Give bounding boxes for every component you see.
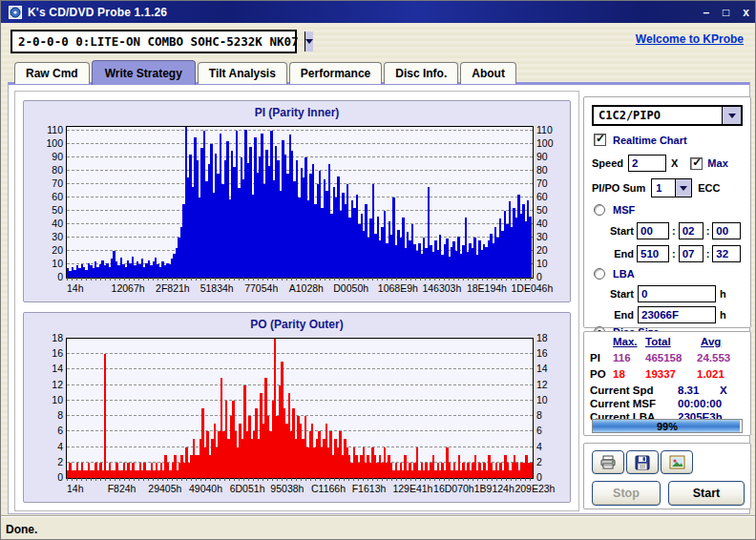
msf-radio[interactable] <box>594 204 605 216</box>
stop-button[interactable]: Stop <box>592 481 661 506</box>
tab-about[interactable]: About <box>460 62 516 84</box>
save-button[interactable] <box>626 450 659 474</box>
speed-label: Speed <box>592 157 623 169</box>
x-axis-tick-label: 51834h <box>200 282 245 294</box>
msf-end-min-input[interactable] <box>637 245 669 262</box>
lba-end-unit: h <box>720 309 726 321</box>
start-button[interactable]: Start <box>668 481 745 506</box>
y-axis-tick-label: 8 <box>27 410 63 421</box>
y-axis-tick-label: 0 <box>27 472 63 483</box>
pipo-sum-select[interactable]: 1 <box>651 178 692 197</box>
y-axis-tick-label: 16 <box>536 348 571 359</box>
y-axis-tick-label: 12 <box>536 380 571 390</box>
title-bar: K's CD/DVD Probe 1.1.26 – □ x <box>1 1 756 23</box>
y-axis-tick-label: 20 <box>536 245 571 256</box>
y-axis-tick-label: 6 <box>536 426 571 436</box>
x-axis-tick-label: 209E23h <box>514 483 556 494</box>
y-axis-tick-label: 4 <box>27 442 63 452</box>
po-avg: 1.021 <box>697 368 724 380</box>
msf-start-label: Start <box>592 225 634 237</box>
bar-series <box>67 127 533 278</box>
y-axis-tick-label: 20 <box>27 245 63 256</box>
lba-radio[interactable] <box>594 268 605 280</box>
tab-write-strategy[interactable]: Write Strategy <box>92 60 196 85</box>
status-text: Done. <box>6 523 37 536</box>
y-axis-tick-label: 30 <box>536 232 571 242</box>
tab-tilt-analysis[interactable]: Tilt Analysis <box>198 62 287 84</box>
msf-end-sec-input[interactable] <box>679 245 704 262</box>
mode-select-dropdown-button[interactable] <box>722 107 741 124</box>
y-axis-tick-label: 18 <box>536 333 571 343</box>
po-chart-title: PO (Parity Outer) <box>24 318 570 331</box>
x-axis-tick-label: 14h <box>67 483 108 494</box>
tab-performance[interactable]: Performance <box>289 62 382 84</box>
x-axis-tick-label: 129E41h <box>392 483 433 494</box>
max-label: Max <box>707 157 727 169</box>
msf-end-frame-input[interactable] <box>712 245 741 262</box>
y-axis-tick-label: 10 <box>536 395 571 405</box>
y-axis-tick-label: 10 <box>27 259 63 269</box>
max-speed-checkbox[interactable] <box>690 157 703 170</box>
image-icon <box>669 455 685 469</box>
y-axis-tick-label: 0 <box>536 272 571 282</box>
y-axis-tick-label: 40 <box>536 218 571 229</box>
y-axis-tick-label: 14 <box>536 363 571 374</box>
drive-select[interactable]: 2-0-0-0 0:LITE-ON COMBO SOHC-5232K NK07 <box>10 30 297 53</box>
pi-row-label: PI <box>590 352 600 363</box>
current-spd-unit: X <box>720 384 727 396</box>
msf-start-frame-input[interactable] <box>712 222 741 239</box>
speed-unit-label: X <box>671 157 678 169</box>
save-image-button[interactable] <box>661 450 693 474</box>
speed-input[interactable] <box>628 155 666 172</box>
y-axis-tick-label: 10 <box>27 395 63 405</box>
print-button[interactable] <box>592 450 624 474</box>
msf-start-min-input[interactable] <box>637 222 669 239</box>
save-icon <box>635 455 650 470</box>
maximize-button[interactable]: □ <box>723 7 729 18</box>
x-axis-tick-label: 2F821h <box>156 282 200 294</box>
close-button[interactable]: x <box>743 7 749 18</box>
po-max: 18 <box>613 368 625 380</box>
chevron-down-icon <box>680 186 687 191</box>
x-axis-tick-label: F1613h <box>352 483 393 494</box>
y-axis-tick-label: 18 <box>27 333 63 343</box>
y-axis-tick-label: 60 <box>27 192 63 202</box>
y-axis-tick-label: 110 <box>536 125 571 135</box>
y-axis-tick-label: 70 <box>27 178 63 189</box>
x-axis-tick-label: 146303h <box>422 282 467 294</box>
welcome-link[interactable]: Welcome to KProbe <box>636 32 744 46</box>
y-axis-tick-label: 12 <box>27 380 63 390</box>
stats-header-max: Max. <box>613 336 638 347</box>
stats-header-avg: Avg <box>701 336 721 347</box>
realtime-chart-label: Realtime Chart <box>613 135 687 146</box>
x-axis-tick-label: A1028h <box>289 282 334 294</box>
msf-start-sec-input[interactable] <box>679 222 704 239</box>
y-axis-tick-label: 16 <box>27 348 63 359</box>
current-msf-label: Current MSF <box>590 398 656 409</box>
x-axis-tick-label: 77054h <box>244 282 289 294</box>
realtime-chart-checkbox[interactable] <box>594 134 606 146</box>
x-axis-tick-label: 14h <box>67 282 112 294</box>
tab-bar: Raw CmdWrite StrategyTilt AnalysisPerfor… <box>14 59 518 83</box>
po-row-label: PO <box>590 368 606 380</box>
drive-select-dropdown-button[interactable] <box>304 31 313 52</box>
y-axis-tick-label: 80 <box>27 165 63 176</box>
current-msf-value: 00:00:00 <box>678 398 722 409</box>
app-window: K's CD/DVD Probe 1.1.26 – □ x 2-0-0-0 0:… <box>0 0 756 540</box>
x-axis-tick-label: 49040h <box>189 483 230 494</box>
y-axis-tick-label: 70 <box>536 178 571 189</box>
x-axis-tick-label: 18E194h <box>467 282 512 294</box>
minimize-button[interactable]: – <box>703 7 709 18</box>
actions-groupbox: Stop Start <box>583 443 751 509</box>
pipo-sum-dropdown-button[interactable] <box>675 179 691 197</box>
mode-select[interactable]: C1C2/PIPO <box>592 105 743 126</box>
lba-start-input[interactable] <box>638 285 716 302</box>
status-bar: Done. <box>1 516 756 540</box>
x-axis-tick-label: C1166h <box>311 483 352 494</box>
y-axis-tick-label: 90 <box>536 152 571 162</box>
tab-disc-info[interactable]: Disc Info. <box>384 62 458 84</box>
tab-raw-cmd[interactable]: Raw Cmd <box>14 62 90 84</box>
progress-bar: 99% <box>592 419 743 433</box>
x-axis-tick-label: 29405h <box>148 483 189 494</box>
y-axis-tick-label: 10 <box>536 259 571 269</box>
